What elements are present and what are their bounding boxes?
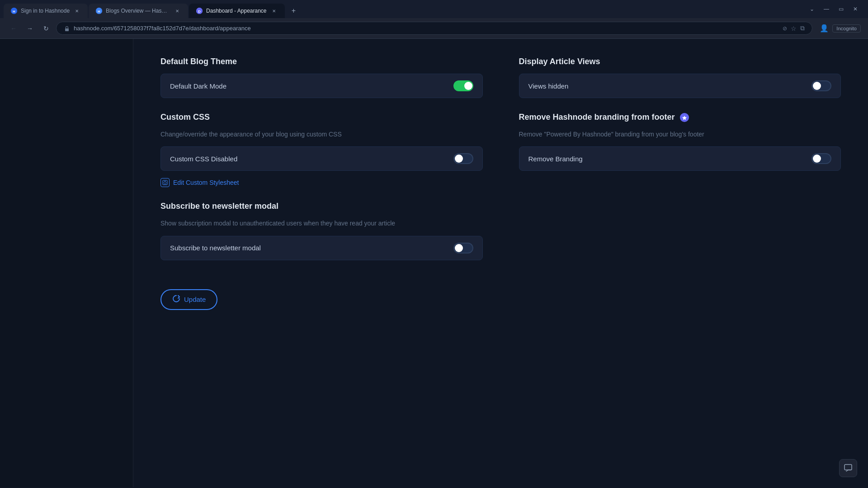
tab-favicon-3: D [196,8,203,14]
browser-action-icons: 👤 Incognito [820,24,861,33]
right-section: Display Article Views Views hidden Remov… [519,57,841,310]
newsletter-modal-toggle[interactable] [453,243,473,253]
tab-blogs-overview[interactable]: H Blogs Overview — Hashnode ✕ [89,4,188,18]
newsletter-modal-track [453,243,473,253]
browser-chrome: H Sign in to Hashnode ✕ H Blogs Overview… [0,0,868,39]
views-hidden-knob [813,82,821,90]
remove-branding-label: Remove Branding [528,155,583,163]
default-blog-theme-section: Default Blog Theme Default Dark Mode [160,57,483,98]
chat-bubble[interactable] [839,459,857,477]
refresh-icon [172,295,180,303]
default-dark-mode-row: Default Dark Mode [160,74,483,98]
sidebar [0,39,133,487]
close-window-button[interactable]: ✕ [850,4,861,14]
custom-css-section: Custom CSS Change/override the appearanc… [160,113,483,187]
new-tab-button[interactable]: + [288,5,300,17]
newsletter-modal-knob [455,244,463,252]
tab-favicon-2: H [96,8,102,14]
newsletter-modal-row: Subscribe to newsletter modal [160,236,483,260]
lock-icon [64,25,70,32]
custom-css-knob [455,155,463,163]
svg-text:D: D [198,9,201,14]
remove-branding-title-text: Remove Hashnode branding from footer [519,113,675,122]
default-dark-mode-label: Default Dark Mode [170,82,226,90]
svg-text:H: H [13,9,15,14]
update-button-label: Update [184,296,206,303]
pro-badge [680,113,689,122]
minimize-button[interactable]: — [821,4,832,14]
page-layout: Default Blog Theme Default Dark Mode Cus… [0,39,868,487]
tab-2-label: Blogs Overview — Hashnode [106,8,170,14]
svg-text:H: H [98,9,100,14]
extensions-icon[interactable]: ⧉ [800,24,805,32]
remove-branding-row: Remove Branding [519,146,841,171]
custom-css-title: Custom CSS [160,113,483,122]
display-article-views-title: Display Article Views [519,57,841,66]
tab-sign-in[interactable]: H Sign in to Hashnode ✕ [4,4,88,18]
custom-css-label: Custom CSS Disabled [170,155,237,163]
svg-marker-9 [682,116,687,120]
default-dark-mode-track [453,80,473,91]
tab-list-button[interactable]: ⌄ [807,4,817,14]
display-article-views-section: Display Article Views Views hidden [519,57,841,98]
default-dark-mode-knob [464,82,472,90]
edit-stylesheet-text: Edit Custom Stylesheet [173,179,239,186]
settings-grid: Default Blog Theme Default Dark Mode Cus… [160,57,841,310]
tab-bar: H Sign in to Hashnode ✕ H Blogs Overview… [0,0,868,18]
star-icon[interactable]: ☆ [791,25,797,32]
views-hidden-label: Views hidden [528,82,569,90]
forward-button[interactable]: → [24,22,36,35]
address-bar-icons: ⊘ ☆ ⧉ [783,24,805,32]
remove-branding-knob [813,155,821,163]
tab-3-label: Dashboard - Appearance [206,8,266,14]
edit-stylesheet-icon [160,178,170,187]
newsletter-modal-title: Subscribe to newsletter modal [160,202,483,211]
main-content: Default Blog Theme Default Dark Mode Cus… [133,39,868,487]
svg-rect-10 [844,465,852,470]
tab-dashboard-appearance[interactable]: D Dashboard - Appearance ✕ [189,4,284,18]
tab-3-close[interactable]: ✕ [270,7,278,14]
remove-branding-track [811,153,831,164]
default-dark-mode-toggle[interactable] [453,80,473,91]
back-button[interactable]: ← [7,22,20,35]
newsletter-modal-label: Subscribe to newsletter modal [170,244,261,252]
incognito-badge: Incognito [832,24,861,33]
browser-controls: ← → ↻ hashnode.com/6571258037f7fa8c152d7… [0,18,868,38]
newsletter-modal-section: Subscribe to newsletter modal Show subsc… [160,202,483,260]
remove-branding-title: Remove Hashnode branding from footer [519,113,841,122]
tab-end-buttons: ⌄ — ▭ ✕ [807,4,864,18]
update-button[interactable]: Update [160,289,217,310]
views-hidden-track [811,80,831,91]
update-button-icon [172,295,180,305]
views-hidden-row: Views hidden [519,74,841,98]
remove-branding-description: Remove "Powered By Hashnode" branding fr… [519,129,841,139]
address-bar[interactable]: hashnode.com/6571258037f7fa8c152d7d7e/da… [56,22,812,35]
tab-1-label: Sign in to Hashnode [21,8,70,14]
tab-1-close[interactable]: ✕ [73,7,80,14]
custom-css-toggle[interactable] [453,153,473,164]
views-hidden-toggle[interactable] [811,80,831,91]
newsletter-modal-description: Show subscription modal to unauthenticat… [160,218,483,228]
account-icon[interactable]: 👤 [820,24,829,33]
remove-branding-toggle[interactable] [811,153,831,164]
svg-rect-6 [65,28,69,31]
custom-css-description: Change/override the appearance of your b… [160,129,483,139]
tab-favicon-1: H [11,8,17,14]
url-text: hashnode.com/6571258037f7fa8c152d7d7e/da… [74,25,251,32]
custom-css-row: Custom CSS Disabled [160,146,483,171]
restore-button[interactable]: ▭ [835,4,846,14]
tab-2-close[interactable]: ✕ [174,7,181,14]
reload-button[interactable]: ↻ [40,22,52,35]
chat-icon [844,464,853,473]
remove-branding-section: Remove Hashnode branding from footer Rem… [519,113,841,171]
default-blog-theme-title: Default Blog Theme [160,57,483,66]
custom-css-track [453,153,473,164]
edit-stylesheet-link[interactable]: Edit Custom Stylesheet [160,178,483,187]
no-video-icon: ⊘ [783,25,787,32]
left-section: Default Blog Theme Default Dark Mode Cus… [160,57,483,310]
